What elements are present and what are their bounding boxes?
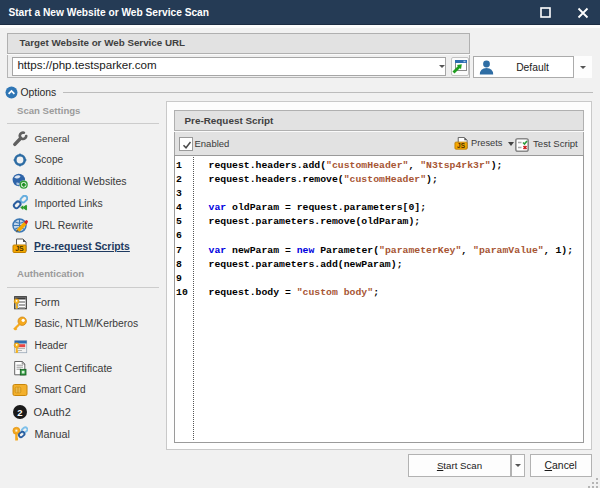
svg-text:2: 2: [17, 407, 22, 418]
svg-text:JS: JS: [457, 142, 466, 149]
svg-text:JS: JS: [15, 245, 24, 252]
